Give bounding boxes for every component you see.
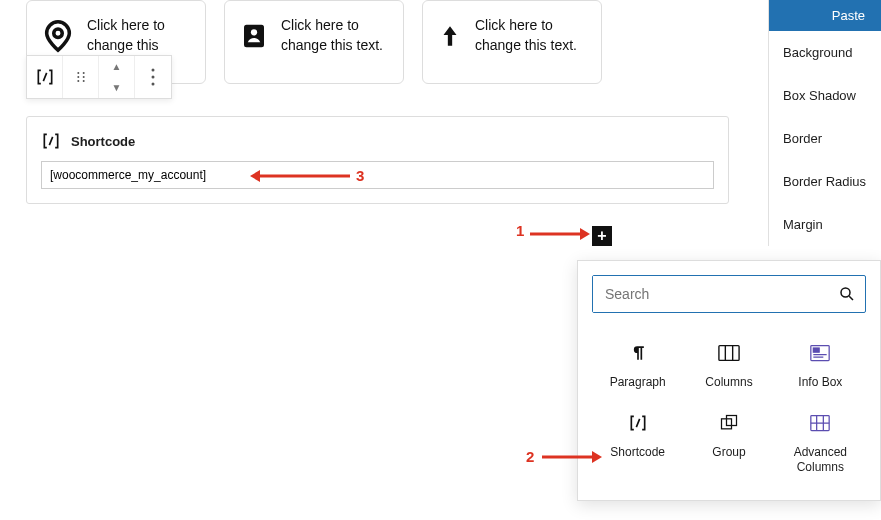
block-shortcode[interactable]: Shortcode [592, 401, 683, 486]
shortcode-input[interactable] [41, 161, 714, 189]
svg-point-12 [841, 288, 850, 297]
columns-icon [717, 341, 741, 365]
svg-rect-13 [719, 346, 739, 361]
sidebar-item-background[interactable]: Background [769, 31, 881, 74]
block-group[interactable]: Group [683, 401, 774, 486]
info-card[interactable]: Click here to change this text. [422, 0, 602, 84]
svg-point-10 [152, 76, 155, 79]
settings-sidebar: Paste Background Box Shadow Border Borde… [768, 0, 881, 246]
block-inserter: Paragraph Columns Info Box Shortcode Gro… [577, 260, 881, 501]
sidebar-item-margin[interactable]: Margin [769, 203, 881, 246]
annotation-label: 3 [356, 167, 364, 184]
svg-point-8 [82, 80, 84, 82]
block-label: Columns [705, 375, 752, 391]
add-block-button[interactable]: + [592, 226, 612, 246]
svg-point-11 [152, 83, 155, 86]
more-options-icon[interactable] [135, 56, 171, 98]
card-text: Click here to change this [87, 16, 191, 55]
block-label: Advanced Columns [779, 445, 862, 476]
svg-point-9 [152, 69, 155, 72]
move-down-icon[interactable]: ▼ [105, 77, 129, 98]
info-card[interactable]: Click here to change this text. [224, 0, 404, 84]
paragraph-icon [626, 341, 650, 365]
arrow-up-icon [437, 18, 463, 54]
move-buttons[interactable]: ▲ ▼ [99, 56, 135, 98]
annotation-label: 2 [526, 448, 534, 465]
block-info-box[interactable]: Info Box [775, 331, 866, 401]
card-text: Click here to change this text. [475, 16, 587, 55]
search-icon[interactable] [829, 285, 865, 303]
svg-point-2 [251, 29, 257, 35]
svg-point-0 [54, 29, 63, 37]
shortcode-icon [41, 131, 61, 151]
svg-point-3 [77, 72, 79, 74]
block-label: Info Box [798, 375, 842, 391]
card-text: Click here to change this text. [281, 16, 389, 55]
svg-point-6 [82, 76, 84, 78]
paste-button[interactable]: Paste [769, 0, 881, 31]
shortcode-block[interactable]: Shortcode [26, 116, 729, 204]
location-pin-icon [41, 18, 75, 54]
block-label: Paragraph [610, 375, 666, 391]
annotation-label: 1 [516, 222, 524, 239]
block-advanced-columns[interactable]: Advanced Columns [775, 401, 866, 486]
block-label: Group [712, 445, 745, 461]
sidebar-item-border[interactable]: Border [769, 117, 881, 160]
svg-rect-15 [814, 348, 820, 352]
svg-point-5 [77, 76, 79, 78]
shortcode-title: Shortcode [71, 134, 135, 149]
svg-point-7 [77, 80, 79, 82]
shortcode-type-icon[interactable] [27, 56, 63, 98]
contact-icon [239, 18, 269, 54]
drag-handle-icon[interactable] [63, 56, 99, 98]
shortcode-icon [626, 411, 650, 435]
svg-point-4 [82, 72, 84, 74]
sidebar-item-box-shadow[interactable]: Box Shadow [769, 74, 881, 117]
block-toolbar: ▲ ▼ [26, 55, 172, 99]
svg-rect-1 [244, 25, 264, 48]
group-icon [717, 411, 741, 435]
search-wrap [592, 275, 866, 313]
block-paragraph[interactable]: Paragraph [592, 331, 683, 401]
block-label: Shortcode [610, 445, 665, 461]
move-up-icon[interactable]: ▲ [105, 56, 129, 77]
sidebar-item-border-radius[interactable]: Border Radius [769, 160, 881, 203]
block-columns[interactable]: Columns [683, 331, 774, 401]
search-input[interactable] [593, 276, 829, 312]
infobox-icon [808, 341, 832, 365]
advcolumns-icon [808, 411, 832, 435]
